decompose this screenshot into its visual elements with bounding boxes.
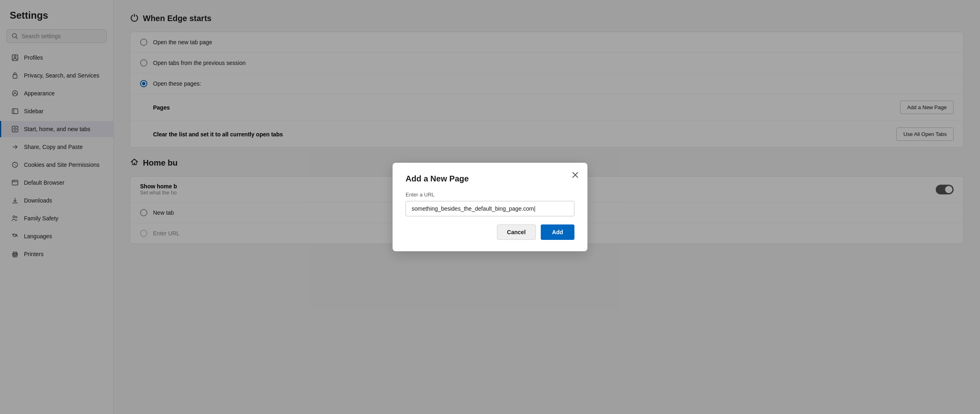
dialog-url-label: Enter a URL bbox=[406, 192, 574, 198]
close-icon bbox=[572, 172, 579, 178]
dialog-title: Add a New Page bbox=[406, 174, 574, 183]
dialog-close-button[interactable] bbox=[570, 169, 581, 181]
add-new-page-dialog: Add a New Page Enter a URL Cancel Add bbox=[393, 163, 587, 251]
dialog-add-button[interactable]: Add bbox=[541, 224, 574, 240]
dialog-cancel-button[interactable]: Cancel bbox=[497, 224, 536, 240]
modal-overlay: Add a New Page Enter a URL Cancel Add bbox=[0, 0, 980, 414]
dialog-url-input[interactable] bbox=[406, 201, 574, 216]
dialog-buttons: Cancel Add bbox=[406, 224, 574, 240]
